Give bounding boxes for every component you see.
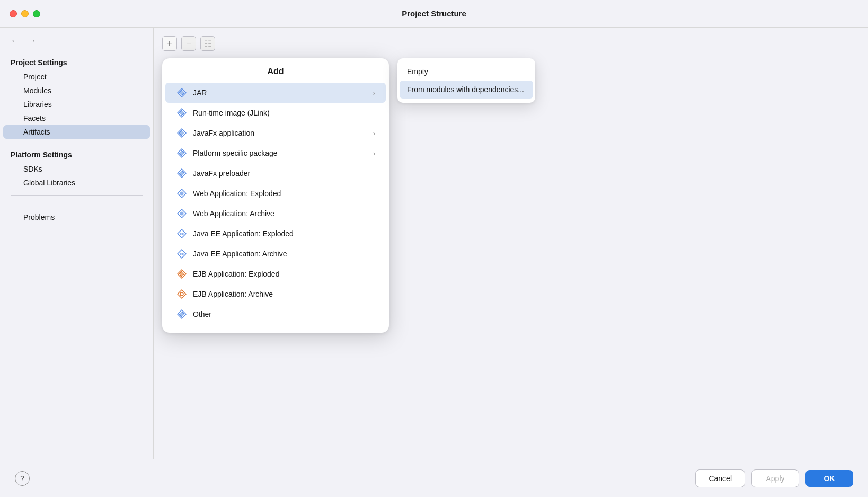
add-menu-item-jar[interactable]: JAR › (165, 83, 386, 103)
javafx-app-arrow: › (373, 129, 375, 137)
ejb-archive-label: EJB Application: Archive (193, 290, 273, 298)
javafx-app-icon (176, 127, 188, 139)
jar-label: JAR (193, 88, 207, 97)
ejb-archive-icon (176, 288, 188, 300)
toolbar: + − ☷ (162, 36, 860, 51)
traffic-lights (10, 10, 40, 17)
other-icon (176, 308, 188, 320)
svg-text:EE: EE (180, 253, 184, 256)
back-button[interactable]: ← (11, 36, 19, 46)
jar-empty-label: Empty (407, 67, 428, 76)
maximize-button[interactable] (33, 10, 40, 17)
runtime-image-label: Run-time image (JLink) (193, 109, 270, 117)
svg-text:EE: EE (180, 233, 184, 236)
jar-from-modules-label: From modules with dependencies... (407, 85, 524, 94)
forward-button[interactable]: → (28, 36, 36, 46)
jar-submenu: Empty From modules with dependencies... (397, 58, 535, 103)
sidebar-item-problems[interactable]: Problems (3, 210, 150, 224)
apply-button[interactable]: Apply (751, 469, 799, 487)
svg-marker-20 (178, 290, 186, 298)
platform-settings-header: Platform Settings (0, 148, 153, 162)
web-app-archive-label: Web Application: Archive (193, 209, 274, 218)
add-menu-item-javafx-app[interactable]: JavaFx application › (165, 123, 386, 143)
bottom-bar: ? Cancel Apply OK (0, 459, 868, 497)
add-menu-item-runtime-image[interactable]: Run-time image (JLink) (165, 103, 386, 123)
web-app-exploded-label: Web Application: Exploded (193, 189, 281, 198)
add-popup-title: Add (162, 67, 389, 76)
svg-point-21 (180, 292, 183, 296)
sidebar-item-libraries[interactable]: Libraries (3, 97, 150, 111)
remove-icon: − (186, 39, 191, 48)
sidebar-item-facets[interactable]: Facets (3, 111, 150, 125)
add-menu-item-web-app-exploded[interactable]: Web Application: Exploded (165, 183, 386, 203)
svg-point-11 (180, 192, 184, 196)
jar-icon (176, 87, 188, 99)
add-menu-item-java-ee-exploded[interactable]: EE Java EE Application: Exploded (165, 224, 386, 244)
help-button[interactable]: ? (15, 471, 30, 486)
web-app-archive-icon (176, 208, 188, 219)
web-app-exploded-icon (176, 188, 188, 199)
sidebar-divider (11, 195, 143, 196)
platform-package-icon (176, 147, 188, 159)
runtime-image-icon (176, 107, 188, 119)
sidebar-item-global-libraries[interactable]: Global Libraries (3, 176, 150, 190)
add-menu-item-other[interactable]: Other (165, 304, 386, 324)
add-button[interactable]: + (162, 36, 177, 51)
other-label: Other (193, 310, 211, 318)
copy-button[interactable]: ☷ (200, 36, 215, 51)
add-menu-item-platform-package[interactable]: Platform specific package › (165, 143, 386, 163)
project-settings-header: Project Settings (0, 56, 153, 70)
remove-button[interactable]: − (181, 36, 196, 51)
ok-button[interactable]: OK (805, 470, 853, 487)
platform-package-label: Platform specific package (193, 149, 278, 157)
add-menu-item-web-app-archive[interactable]: Web Application: Archive (165, 203, 386, 224)
java-ee-archive-label: Java EE Application: Archive (193, 250, 287, 258)
sidebar-item-modules[interactable]: Modules (3, 84, 150, 97)
javafx-preloader-label: JavaFx preloader (193, 169, 250, 178)
add-menu-item-javafx-preloader[interactable]: JavaFx preloader (165, 163, 386, 183)
ejb-exploded-icon (176, 268, 188, 280)
jar-submenu-empty[interactable]: Empty (397, 63, 535, 81)
platform-package-arrow: › (373, 149, 375, 157)
copy-icon: ☷ (204, 39, 211, 49)
add-menu-item-java-ee-archive[interactable]: EE Java EE Application: Archive (165, 244, 386, 264)
sidebar-item-sdks[interactable]: SDKs (3, 162, 150, 176)
java-ee-archive-icon: EE (176, 248, 188, 260)
add-menu-item-ejb-exploded[interactable]: EJB Application: Exploded (165, 264, 386, 284)
workspace: + − ☷ Add (154, 28, 868, 459)
nav-back-forward: ← → (0, 36, 153, 56)
add-menu-item-ejb-archive[interactable]: EJB Application: Archive (165, 284, 386, 304)
javafx-preloader-icon (176, 167, 188, 179)
java-ee-exploded-label: Java EE Application: Exploded (193, 229, 294, 238)
add-popup: Add JAR › (162, 58, 389, 333)
sidebar: ← → Project Settings Project Modules Lib… (0, 28, 154, 459)
javafx-app-label: JavaFx application (193, 129, 254, 137)
jar-submenu-from-modules[interactable]: From modules with dependencies... (400, 81, 533, 99)
jar-arrow: › (373, 89, 375, 97)
sidebar-item-artifacts[interactable]: Artifacts (3, 125, 150, 139)
sidebar-item-project[interactable]: Project (3, 70, 150, 84)
close-button[interactable] (10, 10, 17, 17)
minimize-button[interactable] (21, 10, 29, 17)
java-ee-exploded-icon: EE (176, 228, 188, 239)
title-bar: Project Structure (0, 0, 868, 28)
svg-point-13 (180, 212, 184, 216)
add-icon: + (167, 39, 172, 48)
window-title: Project Structure (402, 9, 466, 18)
project-structure-window: Project Structure ← → Project Settings P… (0, 0, 868, 497)
cancel-button[interactable]: Cancel (695, 469, 745, 487)
ejb-exploded-label: EJB Application: Exploded (193, 270, 279, 278)
main-content: ← → Project Settings Project Modules Lib… (0, 28, 868, 459)
